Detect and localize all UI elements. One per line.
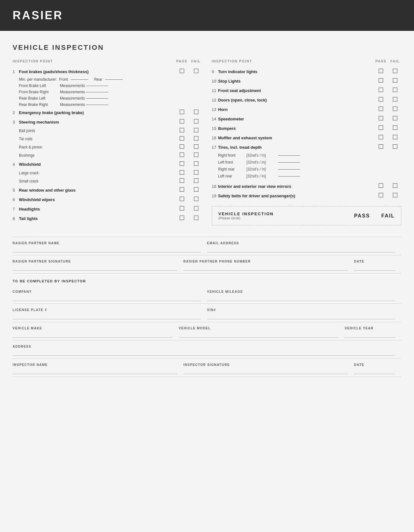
rack-pinion: Rack & pinion [13, 143, 202, 151]
item-5-pass[interactable] [174, 187, 190, 193]
item-14-fail[interactable] [389, 116, 401, 122]
item-19: 19 Safety belts for driver and passenger… [212, 191, 402, 200]
partner-name-field: RASIER PARTNER NAME [13, 241, 207, 252]
rack-pinion-pass[interactable] [174, 144, 190, 150]
item-17-pass[interactable] [373, 144, 389, 150]
item-10: 10 Stop Lights [212, 76, 402, 86]
final-box-labels: VEHICLE INSPECTION (Please circle) [219, 211, 348, 220]
item-12-label: Doors (open, close, lock) [218, 98, 373, 102]
large-crack-fail[interactable] [190, 170, 202, 176]
item-18-label: Interior and exterior rear view mirrors [218, 184, 373, 189]
bushings-fail[interactable] [190, 153, 202, 158]
partner-signature-field: RASIER PARTNER SIGNATURE [13, 260, 184, 271]
item-7-label: Headlights [19, 207, 174, 211]
ball-joints-pass[interactable] [174, 128, 190, 134]
tie-rods-pass[interactable] [174, 136, 190, 142]
item-1-fail[interactable] [190, 69, 202, 74]
item-12-pass[interactable] [373, 97, 389, 103]
ball-joints-fail[interactable] [190, 128, 202, 134]
vin-field: VIN# [207, 308, 402, 319]
item-4-pass[interactable] [174, 161, 190, 167]
item-2-fail[interactable] [190, 110, 202, 115]
company-field: COMPANY [13, 290, 207, 301]
item-13-fail[interactable] [389, 107, 401, 112]
item-11-pass[interactable] [373, 88, 389, 93]
item-19-pass[interactable] [373, 193, 389, 199]
item-9-pass[interactable] [373, 69, 389, 74]
inspector-signature-line [184, 368, 348, 374]
email-address-line [207, 247, 395, 252]
ball-joints: Ball joints [13, 127, 202, 135]
item-16-number: 16 [212, 136, 218, 140]
rear-brake-left: Rear Brake Left Measurements [13, 95, 202, 101]
item-10-fail[interactable] [389, 78, 401, 84]
item-2: 2 Emergency brake (parking brake) [13, 108, 202, 117]
item-6-pass[interactable] [174, 197, 190, 202]
rack-pinion-fail[interactable] [190, 144, 202, 150]
item-7-pass[interactable] [174, 206, 190, 212]
inspector-name-field: INSPECTOR NAME [13, 363, 184, 374]
item-18-fail[interactable] [389, 183, 401, 189]
license-plate-line [13, 314, 201, 319]
item-11-fail[interactable] [389, 88, 401, 93]
item-16-fail[interactable] [389, 135, 401, 141]
item-18-pass[interactable] [373, 183, 389, 189]
item-2-pass[interactable] [174, 110, 190, 115]
item-8-label: Tail lights [19, 216, 174, 221]
item-10-pass[interactable] [373, 78, 389, 84]
item-12-fail[interactable] [389, 97, 401, 103]
item-5-fail[interactable] [190, 187, 202, 193]
tire-left-rear: Left rear [32nd's / In] [218, 173, 402, 180]
item-9-fail[interactable] [389, 69, 401, 74]
item-3-pass[interactable] [174, 119, 190, 125]
item-12-number: 12 [212, 98, 218, 102]
tie-rods-fail[interactable] [190, 136, 202, 142]
vehicle-year-label: VEHICLE YEAR [345, 327, 395, 330]
to-be-completed-header: TO BE COMPLETED BY INSPECTOR [13, 274, 401, 286]
item-6: 6 Windshield wipers [13, 195, 202, 204]
item-17-fail[interactable] [389, 144, 401, 150]
address-line [13, 350, 395, 356]
item-1-pass[interactable] [174, 69, 190, 74]
item-19-label: Safety belts for driver and passenger(s) [218, 194, 373, 198]
small-crack-pass[interactable] [174, 178, 190, 184]
item-8-fail[interactable] [190, 216, 202, 221]
item-11-label: Front seat adjustment [218, 88, 373, 93]
item-5: 5 Rear window and other glass [13, 185, 202, 195]
vehicle-model-line [179, 332, 339, 338]
item-8-pass[interactable] [174, 216, 190, 221]
item-15-pass[interactable] [373, 125, 389, 131]
vehicle-make-field: VEHICLE MAKE [13, 327, 179, 338]
partner-name-line [13, 247, 201, 252]
item-13-pass[interactable] [373, 107, 389, 112]
date-1-field: DATE [354, 260, 401, 271]
final-verdict-box: VEHICLE INSPECTION (Please circle) PASS … [212, 206, 402, 225]
bushings-pass[interactable] [174, 153, 190, 158]
item-11: 11 Front seat adjustment [212, 86, 402, 95]
item-19-fail[interactable] [389, 193, 401, 199]
item-4-fail[interactable] [190, 161, 202, 167]
item-3-fail[interactable] [190, 119, 202, 125]
item-3-label: Steering mechanism [19, 120, 174, 124]
item-15-fail[interactable] [389, 125, 401, 131]
item-17-number: 17 [212, 145, 218, 150]
final-box-title: VEHICLE INSPECTION [219, 211, 348, 216]
item-6-fail[interactable] [190, 197, 202, 202]
small-crack-fail[interactable] [190, 178, 202, 184]
item-7-fail[interactable] [190, 206, 202, 212]
item-14-pass[interactable] [373, 116, 389, 122]
item-15-number: 15 [212, 126, 218, 131]
partner-signature-label: RASIER PARTNER SIGNATURE [13, 260, 177, 263]
form-row-3: COMPANY VEHICLE MILEAGE [13, 286, 401, 304]
item-16: 16 Muffler and exhaust system [212, 133, 402, 142]
front-brake-right: Front Brake Right Measurements [13, 89, 202, 95]
item-16-pass[interactable] [373, 135, 389, 141]
item-17-label: Tires, incl. tread depth [218, 145, 373, 150]
inspector-name-line [13, 368, 177, 374]
final-fail-label[interactable]: FAIL [381, 213, 395, 219]
large-crack: Large crack [13, 169, 202, 177]
date-1-line [354, 265, 395, 271]
final-pass-label[interactable]: PASS [354, 213, 370, 219]
large-crack-pass[interactable] [174, 170, 190, 176]
partner-name-label: RASIER PARTNER NAME [13, 241, 201, 245]
